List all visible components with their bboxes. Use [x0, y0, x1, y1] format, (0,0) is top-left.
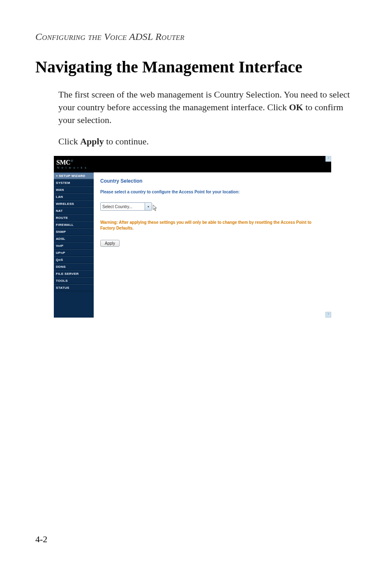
p2-pre: Click — [58, 136, 80, 146]
sidebar-item-wireless[interactable]: WIRELESS — [54, 200, 94, 207]
running-head-text: Configuring the Voice ADSL Router — [35, 31, 184, 42]
sidebar-item-snmp[interactable]: SNMP — [54, 228, 94, 235]
country-selection-instruction: Please select a country to configure the… — [100, 190, 326, 194]
sidebar-item-setup-wizard[interactable]: » SETUP WIZARD — [54, 172, 94, 179]
content-header-bar — [94, 156, 331, 172]
p2-post: to continue. — [104, 136, 149, 146]
sidebar-item-upnp[interactable]: UPnP — [54, 249, 94, 256]
country-select-value: Select Country... — [102, 204, 132, 209]
p2-bold: Apply — [80, 136, 104, 146]
country-selection-title: Country Selection — [100, 178, 326, 184]
sidebar-item-route[interactable]: ROUTE — [54, 214, 94, 221]
embedded-screenshot: SMC® N e t w o r k s » SETUP WIZARD SYST… — [54, 156, 331, 318]
content-pane: Country Selection Please select a countr… — [94, 156, 331, 318]
country-select-row: Select Country... ▾ — [100, 202, 152, 211]
sidebar: SMC® N e t w o r k s » SETUP WIZARD SYST… — [54, 156, 94, 318]
sidebar-item-adsl[interactable]: ADSL — [54, 235, 94, 242]
logo-registered-icon: ® — [71, 159, 73, 163]
sidebar-item-lan[interactable]: LAN — [54, 193, 94, 200]
svg-marker-0 — [153, 205, 157, 211]
section-title: Navigating the Management Interface — [35, 57, 357, 77]
sidebar-item-ddns[interactable]: DDNS — [54, 263, 94, 270]
router-ui: SMC® N e t w o r k s » SETUP WIZARD SYST… — [54, 156, 331, 318]
apply-button[interactable]: Apply — [100, 240, 120, 247]
sidebar-item-file-server[interactable]: FILE SERVER — [54, 270, 94, 277]
sidebar-item-wan[interactable]: WAN — [54, 186, 94, 193]
sidebar-item-firewall[interactable]: FIREWALL — [54, 221, 94, 228]
document-page: Configuring the Voice ADSL Router Naviga… — [0, 0, 392, 571]
paragraph-1: The first screen of the web management i… — [58, 88, 357, 127]
logo: SMC® N e t w o r k s — [54, 156, 94, 172]
sidebar-item-qos[interactable]: QoS — [54, 256, 94, 263]
country-select[interactable]: Select Country... ▾ — [100, 202, 152, 211]
logo-subtext: N e t w o r k s — [57, 166, 87, 169]
scroll-up-icon[interactable]: ˄ — [325, 156, 331, 162]
content-body: Country Selection Please select a countr… — [94, 172, 331, 247]
body-text: The first screen of the web management i… — [58, 88, 357, 148]
page-number: 4-2 — [35, 534, 47, 545]
sidebar-item-system[interactable]: SYSTEM — [54, 179, 94, 186]
chevron-down-icon: ▾ — [145, 203, 152, 210]
sidebar-spacer — [54, 291, 94, 318]
cursor-icon — [153, 205, 157, 211]
running-head: Configuring the Voice ADSL Router — [35, 31, 357, 42]
sidebar-item-tools[interactable]: TOOLS — [54, 277, 94, 284]
logo-text: SMC — [56, 159, 70, 166]
sidebar-item-status[interactable]: STATUS — [54, 284, 94, 291]
sidebar-item-nat[interactable]: NAT — [54, 207, 94, 214]
p1-bold: OK — [289, 102, 303, 112]
sidebar-item-voip[interactable]: VoIP — [54, 242, 94, 249]
scroll-down-icon[interactable]: ˅ — [325, 312, 331, 318]
paragraph-2: Click Apply to continue. — [58, 135, 357, 148]
warning-text: Warning: After applying these settings y… — [100, 220, 326, 231]
